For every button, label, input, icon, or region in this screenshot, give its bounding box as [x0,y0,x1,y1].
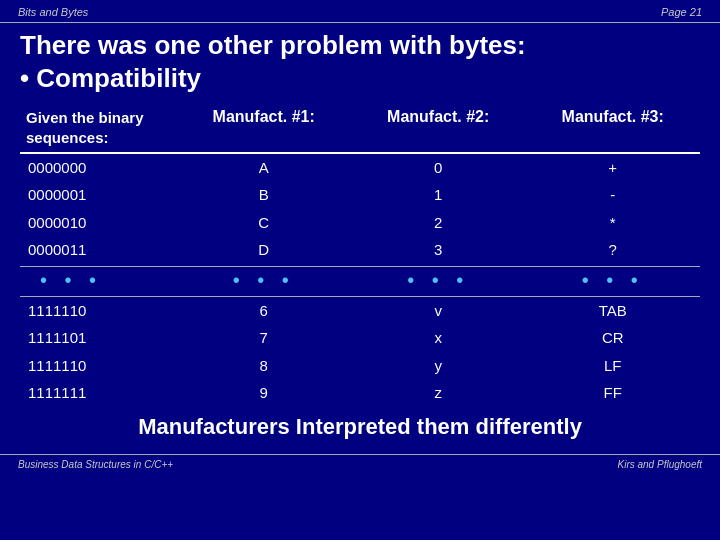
header-title: Bits and Bytes [18,6,88,18]
m1-cell: C [176,209,351,236]
m3-cell: - [525,181,700,208]
table-row-bottom-0: 1111110 6 v TAB [20,297,700,325]
m3-cell: ? [525,236,700,263]
m2-cell: 0 [351,153,526,181]
footer-text: Manufacturers Interpreted them different… [20,414,700,440]
m2-cell: v [351,297,526,325]
m2-cell: 1 [351,181,526,208]
m3-cell: FF [525,379,700,406]
dots-col3: • • • [525,266,700,294]
table-row-top-2: 0000010 C 2 * [20,209,700,236]
table-row-bottom-3: 1111111 9 z FF [20,379,700,406]
binary-cell: 0000000 [20,153,176,181]
m3-cell: CR [525,324,700,351]
heading-line2: • Compatibility [20,62,700,95]
m3-cell: LF [525,352,700,379]
m1-cell: 9 [176,379,351,406]
slide-heading: There was one other problem with bytes: … [20,29,700,94]
main-table: Given the binary sequences: Manufact. #1… [20,106,700,406]
m3-cell: + [525,153,700,181]
m2-cell: z [351,379,526,406]
col2-header: Manufact. #2: [351,106,526,149]
table-row-top-3: 0000011 D 3 ? [20,236,700,263]
binary-cell: 1111110 [20,297,176,325]
dots-row: • • • • • • • • • • • • [20,266,700,294]
dots-col1: • • • [176,266,351,294]
slide: Bits and Bytes Page 21 There was one oth… [0,0,720,540]
m3-cell: * [525,209,700,236]
m1-cell: 6 [176,297,351,325]
col3-header: Manufact. #3: [525,106,700,149]
m1-cell: B [176,181,351,208]
m2-cell: y [351,352,526,379]
m3-cell: TAB [525,297,700,325]
m1-cell: 7 [176,324,351,351]
binary-cell: 0000001 [20,181,176,208]
header-page: Page 21 [661,6,702,18]
main-content: There was one other problem with bytes: … [0,27,720,452]
m1-cell: 8 [176,352,351,379]
m2-cell: 2 [351,209,526,236]
header-bar: Bits and Bytes Page 21 [0,0,720,23]
heading-line1: There was one other problem with bytes: [20,29,700,62]
dots-col0: • • • [20,266,176,294]
binary-cell: 1111111 [20,379,176,406]
table-row-bottom-2: 1111110 8 y LF [20,352,700,379]
m1-cell: D [176,236,351,263]
m2-cell: x [351,324,526,351]
footer-left: Business Data Structures in C/C++ [18,459,173,470]
binary-cell: 0000011 [20,236,176,263]
footer-right: Kirs and Pflughoeft [618,459,703,470]
dots-col2: • • • [351,266,526,294]
binary-cell: 0000010 [20,209,176,236]
binary-cell: 1111110 [20,352,176,379]
binary-cell: 1111101 [20,324,176,351]
col1-header: Manufact. #1: [176,106,351,149]
table-row-top-0: 0000000 A 0 + [20,153,700,181]
table-row-bottom-1: 1111101 7 x CR [20,324,700,351]
m1-cell: A [176,153,351,181]
table-row-top-1: 0000001 B 1 - [20,181,700,208]
col0-header: Given the binary sequences: [20,106,176,149]
m2-cell: 3 [351,236,526,263]
footer-bar: Business Data Structures in C/C++ Kirs a… [0,454,720,474]
